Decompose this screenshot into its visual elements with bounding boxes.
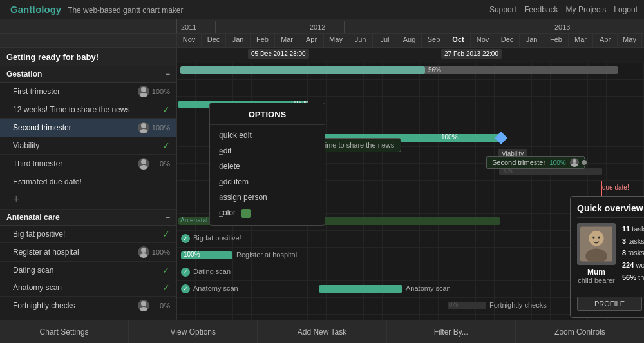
- task-estimated-due-date[interactable]: Estimated due date!: [0, 173, 176, 190]
- task-dating-scan[interactable]: Dating scan ✓: [0, 262, 176, 279]
- year-2013: 2013: [551, 21, 589, 33]
- collapse-getting-ready-icon[interactable]: −: [165, 52, 170, 62]
- qo-stats: 11 tasks on this project 3 tasks complet…: [622, 223, 644, 284]
- month-dec-1: Dec: [202, 34, 226, 47]
- bfp-label: Big fat positive!: [193, 234, 242, 242]
- option-quick-edit[interactable]: quick edit: [210, 128, 325, 143]
- zoom-controls-button[interactable]: Zoom Controls: [516, 320, 644, 343]
- month-jan-1: Jan: [226, 34, 251, 47]
- collapse-antenatal-icon[interactable]: −: [166, 213, 170, 222]
- month-feb-1: Feb: [251, 34, 275, 47]
- gantt-end-date: 27 Feb 2013 22:00: [441, 49, 502, 59]
- svg-point-6: [141, 248, 146, 253]
- quick-overview-body: Mum child bearer 11 tasks on this projec…: [577, 223, 644, 284]
- main-area: Getting ready for baby! − Gestation − Fi…: [0, 48, 644, 320]
- svg-point-4: [141, 159, 146, 164]
- options-popup: OPTIONS quick edit edit delete add item …: [209, 103, 325, 226]
- qo-name: Mum child bearer: [578, 268, 614, 284]
- add-gestation-task[interactable]: +: [0, 190, 176, 210]
- month-mar-2: Mar: [569, 34, 593, 47]
- year-2012: 2012: [306, 21, 345, 33]
- month-header: Nov Dec Jan Feb Mar Apr May Jun Jul Aug …: [0, 34, 644, 48]
- view-options-button[interactable]: View Options: [129, 320, 258, 343]
- option-add-item[interactable]: add item: [210, 174, 325, 190]
- logout-link[interactable]: Logout: [614, 5, 638, 14]
- check-bfp: ✓: [181, 234, 190, 243]
- option-assign-person[interactable]: assign person: [210, 190, 325, 205]
- svg-point-10: [573, 159, 576, 163]
- bar-fortnightly-pct: 0%: [449, 301, 458, 308]
- check-icon-viability: ✓: [162, 141, 170, 151]
- section-antenatal-care[interactable]: Antenatal care −: [0, 210, 176, 226]
- month-jan-2: Jan: [520, 34, 544, 47]
- option-color[interactable]: color: [210, 205, 325, 221]
- qo-profile-button[interactable]: PROFILE: [577, 297, 642, 311]
- task-third-trimester[interactable]: Third trimester 0%: [0, 155, 176, 173]
- svg-point-9: [140, 307, 147, 311]
- gantt-row-gestation: [177, 80, 644, 97]
- qo-avatar: [577, 223, 616, 265]
- quick-overview-title: Quick overview: [577, 203, 644, 218]
- check-icon-bfp: ✓: [162, 229, 170, 239]
- svg-point-16: [598, 236, 600, 238]
- avatar-fortnightly: [138, 300, 149, 311]
- feedback-link[interactable]: Feedback: [524, 5, 558, 14]
- task-first-trimester[interactable]: First trimester 100%: [0, 83, 176, 101]
- anatomy-scan-right-label: Anatomy scan: [406, 284, 451, 292]
- month-may-1: May: [324, 34, 348, 47]
- support-link[interactable]: Support: [489, 5, 516, 14]
- svg-point-13: [589, 231, 603, 246]
- overlay-avatar: [570, 158, 579, 167]
- section-getting-ready[interactable]: Getting ready for baby! −: [0, 48, 176, 66]
- gestation-title: Gestation: [6, 70, 166, 79]
- check-dating-scan: ✓: [181, 268, 190, 277]
- section-getting-ready-title: Getting ready for baby!: [6, 52, 165, 62]
- month-feb-2: Feb: [544, 34, 569, 47]
- section-gestation[interactable]: Gestation −: [0, 66, 176, 83]
- task-register-hospital[interactable]: Register at hospital 100%: [0, 243, 176, 262]
- month-mar-1: Mar: [275, 34, 299, 47]
- svg-point-1: [140, 93, 147, 97]
- month-jul-1: Jul: [373, 34, 397, 47]
- month-sep-1: Sep: [422, 34, 446, 47]
- task-second-trimester[interactable]: Second trimester 100%: [0, 119, 176, 137]
- month-may-2: May: [618, 34, 642, 47]
- month-apr-2: Apr: [593, 34, 618, 47]
- filter-by-button[interactable]: Filter By...: [387, 320, 516, 343]
- bar-second-trimester-pct: 100%: [441, 133, 458, 141]
- task-viability[interactable]: Viability ✓: [0, 137, 176, 155]
- bar-register-hospital-pct: 100%: [184, 251, 200, 258]
- milestone-dot: [580, 159, 588, 166]
- year-header: 2011 2012 2013: [0, 19, 644, 34]
- bar-anatomy-scan: [319, 285, 402, 293]
- nav-links: Support Feedback My Projects Logout: [489, 5, 638, 14]
- left-panel: Getting ready for baby! − Gestation − Fi…: [0, 48, 177, 320]
- anatomy-scan-label: Anatomy scan: [193, 284, 238, 292]
- check-icon-anatomy-scan: ✓: [162, 282, 170, 293]
- option-edit[interactable]: edit: [210, 143, 325, 159]
- month-aug-1: Aug: [397, 34, 422, 47]
- task-fortnightly-checks[interactable]: Fortnightly checks 0%: [0, 297, 176, 315]
- month-apr-1: Apr: [299, 34, 324, 47]
- task-anatomy-scan[interactable]: Anatomy scan ✓: [0, 279, 176, 297]
- my-projects-link[interactable]: My Projects: [566, 5, 607, 14]
- month-dec-2: Dec: [495, 34, 520, 47]
- svg-point-2: [141, 123, 146, 128]
- task-12-weeks[interactable]: 12 weeks! Time to share the news ✓: [0, 101, 176, 119]
- month-nov-1: Nov: [177, 34, 202, 47]
- add-new-task-button[interactable]: Add New Task: [258, 320, 386, 343]
- option-delete[interactable]: delete: [210, 159, 325, 174]
- quick-overview-panel: Quick overview: [570, 196, 644, 318]
- qo-actions: PROFILE UNASSIGN: [577, 291, 644, 311]
- avatar-register-hospital: [138, 246, 149, 258]
- check-anatomy-scan: ✓: [181, 284, 190, 293]
- avatar-first-trimester: [138, 86, 149, 97]
- svg-point-0: [141, 87, 146, 92]
- chart-settings-button[interactable]: Chart Settings: [0, 320, 129, 343]
- fortnightly-checks-label: Fortnightly checks: [489, 301, 547, 309]
- options-popup-title: OPTIONS: [210, 107, 325, 125]
- task-big-fat-positive[interactable]: Big fat positive! ✓: [0, 226, 176, 243]
- add-antenatal-task[interactable]: +: [0, 315, 176, 320]
- collapse-gestation-icon[interactable]: −: [166, 70, 170, 79]
- month-nov-2: Nov: [471, 34, 495, 47]
